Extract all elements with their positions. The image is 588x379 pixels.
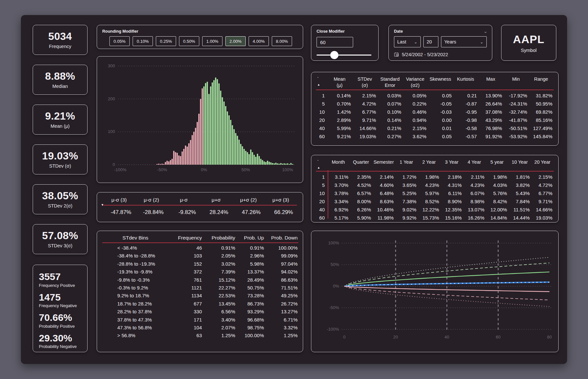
column-header[interactable]: μ+σ (2) (232, 197, 265, 203)
column-header[interactable]: Frequency (169, 235, 203, 241)
chevron-down-icon[interactable]: ⌄ (483, 28, 488, 34)
table-cell: 1.81% (508, 173, 531, 181)
row-number-cell: 5 (316, 100, 327, 108)
table-cell: 1.25% (203, 332, 236, 339)
kpi-label: Frequency (49, 44, 72, 49)
table-cell: 94.02% (265, 268, 298, 276)
close-modifier-input[interactable] (317, 37, 353, 47)
svg-text:0%: 0% (201, 167, 207, 172)
table-cell: 3.78% (327, 189, 350, 197)
column-header[interactable]: Probability (203, 235, 236, 241)
column-header[interactable]: 4 Year (463, 159, 485, 165)
table-cell: 2.11% (463, 173, 485, 181)
close-modifier-title: Close Modifier (311, 25, 378, 34)
column-header[interactable]: 10 Year (508, 159, 531, 165)
rounding-option-button[interactable]: 0.05% (109, 36, 130, 46)
rounding-option-button[interactable]: 0.25% (156, 36, 176, 46)
column-header[interactable]: μ+σ (200, 197, 232, 203)
table-cell: 5.90% (350, 214, 372, 222)
kpi-card: 38.05%STDev 2(σ) (33, 184, 88, 214)
column-header[interactable]: μ-σ (168, 197, 200, 203)
rounding-option-button[interactable]: 0.50% (179, 36, 199, 46)
table-cell: 0.22% (402, 100, 428, 108)
column-header[interactable]: μ-σ (2) (135, 197, 168, 203)
close-modifier-slider-track[interactable] (317, 55, 371, 56)
column-header[interactable]: 20 Year (531, 159, 554, 165)
table-cell: -28.84% (135, 209, 168, 216)
table-cell: 0.91% (236, 244, 265, 252)
table-cell: 2.89% (327, 116, 352, 124)
bin-range-cell: -19.3% to -9.8% (102, 268, 169, 276)
sort-column-header[interactable]: `▲ (316, 159, 327, 170)
column-header[interactable]: 2 Year (418, 159, 440, 165)
projection-cone-panel: 100%50%0%-50%-100%020406080 (311, 231, 559, 352)
rounding-option-button[interactable]: 4.00% (249, 36, 269, 46)
table-cell: 31.82% (529, 91, 554, 100)
svg-text:-100%: -100% (114, 167, 126, 172)
column-header[interactable]: STDev (σ) (352, 76, 377, 89)
date-unit-select[interactable]: Years ⌄ (441, 36, 487, 47)
column-header[interactable]: 5 year (486, 159, 508, 165)
table-cell: 104 (169, 324, 203, 332)
period-returns-panel: `▲MonthQuarterSemester1 Year2 Year3 Year… (311, 155, 559, 222)
table-cell: 761 (169, 276, 203, 284)
date-mode-select[interactable]: Last ⌄ (394, 36, 421, 47)
table-cell: 6.11% (440, 189, 463, 197)
column-header[interactable]: Min (503, 76, 529, 82)
column-header[interactable]: Month (327, 159, 350, 165)
table-cell: 66.29% (265, 209, 297, 216)
table-cell: 6.92% (327, 206, 350, 214)
column-header[interactable]: μ-σ (3) (103, 197, 135, 203)
column-header[interactable]: Skewness (428, 76, 453, 82)
calendar-clock-icon (394, 52, 399, 57)
svg-text:-50%: -50% (329, 305, 339, 310)
date-count-input[interactable] (423, 36, 438, 47)
kpi-label: Median (52, 84, 68, 89)
column-header[interactable]: Variance (σ2) (402, 76, 428, 89)
kpi-value: 9.21% (45, 111, 75, 121)
sort-descending-icon: ▼ (101, 203, 104, 206)
column-header[interactable]: Prob. Down (265, 235, 298, 241)
column-header[interactable]: Standard Error (377, 76, 402, 89)
close-modifier-slider-thumb[interactable] (330, 51, 338, 59)
column-header[interactable]: Prob. Up (236, 235, 265, 241)
kpi-card: 57.08%STDev 3(σ) (33, 224, 88, 254)
table-cell: -47.87% (103, 209, 135, 216)
table-cell: 5.76% (486, 189, 508, 197)
column-header[interactable]: STdev Bins (102, 235, 169, 241)
column-header[interactable]: 1 Year (395, 159, 417, 165)
column-header[interactable]: Quarter (350, 159, 372, 165)
column-header[interactable]: Range (529, 76, 554, 82)
table-cell: 13.37% (236, 268, 265, 276)
table-cell: 330 (169, 308, 203, 316)
column-header[interactable]: Max (478, 76, 503, 82)
table-cell: 4.23% (463, 181, 485, 189)
kpi-value: 57.08% (42, 230, 78, 241)
table-cell: 2.05% (203, 252, 236, 260)
rounding-option-button[interactable]: 0.10% (133, 36, 153, 46)
column-header[interactable]: μ+σ (3) (265, 197, 297, 203)
column-header[interactable]: 3 Year (440, 159, 463, 165)
summary-value: 3557 (39, 272, 81, 282)
table-cell: 8.98% (463, 197, 485, 206)
column-header[interactable]: Kurtosis (453, 76, 478, 82)
table-cell: 73.28% (236, 292, 265, 300)
column-header[interactable]: Semester (372, 159, 395, 165)
table-cell: 0.91% (203, 244, 236, 252)
symbol-value: AAPL (513, 33, 545, 46)
rounding-option-button[interactable]: 8.00% (272, 36, 292, 46)
table-cell: 12.22% (418, 206, 440, 214)
rounding-option-button[interactable]: 1.00% (202, 36, 222, 46)
column-header-label: ` (317, 159, 319, 165)
table-cell: 13.45% (203, 300, 236, 308)
column-header[interactable]: Mean (μ) (327, 76, 352, 89)
rounding-option-button[interactable]: 2.00% (225, 36, 246, 46)
date-filter-title: Date (389, 25, 492, 34)
table-cell: 3.11% (327, 173, 350, 181)
symbol-label: Symbol (521, 48, 536, 53)
table-cell: -32.74% (503, 108, 529, 116)
table-cell: -0.87 (453, 100, 478, 108)
sort-column-header[interactable]: `▲ (316, 76, 327, 87)
kpi-value: 38.05% (42, 190, 78, 201)
table-cell: -24.31% (503, 100, 529, 108)
